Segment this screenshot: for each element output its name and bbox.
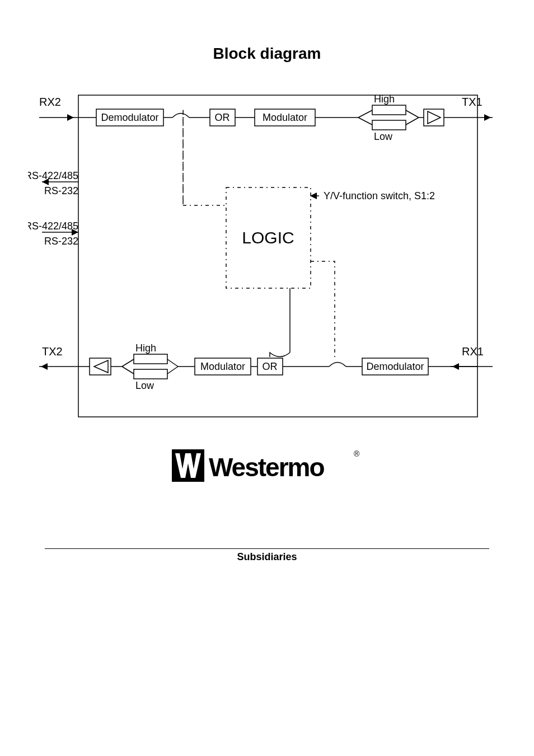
subsidiaries-heading: Subsidiaries <box>45 548 489 563</box>
label-rs232-in: RS-232 <box>44 185 78 196</box>
label-low-bot: Low <box>135 380 154 391</box>
label-tx2: TX2 <box>42 345 63 358</box>
label-low-top: Low <box>374 131 393 142</box>
block-or-top: OR <box>215 112 230 123</box>
block-demod-top: Demodulator <box>101 112 158 123</box>
svg-rect-15 <box>372 120 406 130</box>
label-high-top: High <box>374 93 395 105</box>
svg-rect-40 <box>134 354 167 364</box>
label-rx2: RX2 <box>39 96 61 108</box>
block-mod-top: Modulator <box>263 112 307 123</box>
block-mod-bot: Modulator <box>200 361 245 372</box>
page-title: Block diagram <box>0 45 534 63</box>
brand-wordmark: Westermo <box>209 453 324 482</box>
brand-logo: Westermo ® <box>0 447 534 491</box>
block-logic: LOGIC <box>242 228 294 247</box>
label-switch: Y/V-function switch, S1:2 <box>324 190 435 201</box>
label-rs422-in: RS-422/485 <box>28 170 78 181</box>
brand-tm: ® <box>354 449 360 458</box>
svg-rect-14 <box>372 105 406 115</box>
block-or-bot: OR <box>263 361 278 372</box>
label-rx1: RX1 <box>462 345 484 358</box>
block-demod-bot: Demodulator <box>366 361 424 372</box>
label-rs422-out: RS-422/485 <box>28 220 78 232</box>
svg-rect-41 <box>134 369 167 379</box>
label-high-bot: High <box>135 342 156 354</box>
block-diagram: RX2 Demodulator OR Modulator <box>28 87 493 422</box>
label-rs232-out: RS-232 <box>44 236 78 247</box>
label-tx1: TX1 <box>462 96 483 108</box>
